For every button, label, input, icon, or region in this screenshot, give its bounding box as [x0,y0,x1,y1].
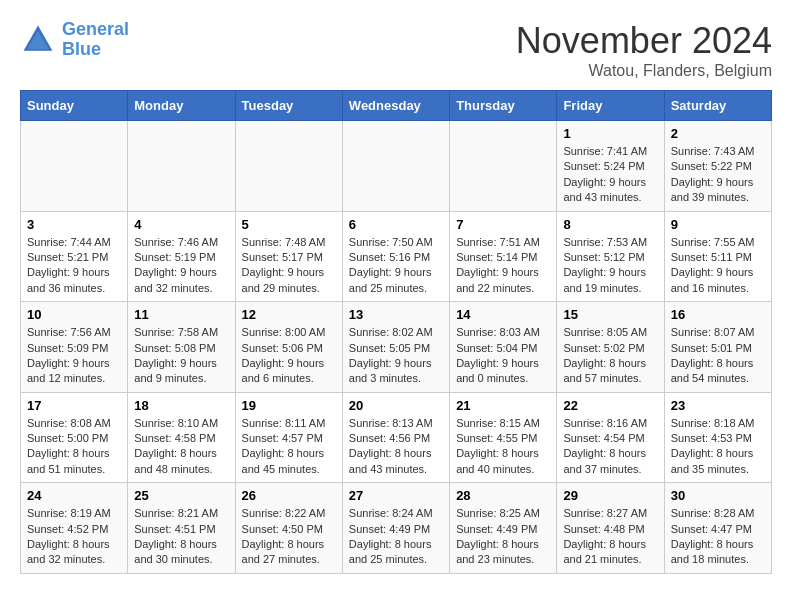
day-info: Sunrise: 8:07 AM Sunset: 5:01 PM Dayligh… [671,325,765,387]
calendar-day-cell [235,121,342,212]
day-info: Sunrise: 7:56 AM Sunset: 5:09 PM Dayligh… [27,325,121,387]
logo: General Blue [20,20,129,60]
calendar-day-cell: 10Sunrise: 7:56 AM Sunset: 5:09 PM Dayli… [21,302,128,393]
day-of-week-header: Monday [128,91,235,121]
day-number: 20 [349,398,443,413]
calendar-day-cell: 18Sunrise: 8:10 AM Sunset: 4:58 PM Dayli… [128,392,235,483]
calendar-week-row: 1Sunrise: 7:41 AM Sunset: 5:24 PM Daylig… [21,121,772,212]
day-info: Sunrise: 8:28 AM Sunset: 4:47 PM Dayligh… [671,506,765,568]
calendar-day-cell: 15Sunrise: 8:05 AM Sunset: 5:02 PM Dayli… [557,302,664,393]
day-number: 21 [456,398,550,413]
calendar-day-cell: 28Sunrise: 8:25 AM Sunset: 4:49 PM Dayli… [450,483,557,574]
calendar-day-cell: 23Sunrise: 8:18 AM Sunset: 4:53 PM Dayli… [664,392,771,483]
day-number: 13 [349,307,443,322]
day-of-week-header: Friday [557,91,664,121]
day-info: Sunrise: 8:05 AM Sunset: 5:02 PM Dayligh… [563,325,657,387]
day-number: 26 [242,488,336,503]
day-number: 19 [242,398,336,413]
day-info: Sunrise: 8:25 AM Sunset: 4:49 PM Dayligh… [456,506,550,568]
calendar-week-row: 17Sunrise: 8:08 AM Sunset: 5:00 PM Dayli… [21,392,772,483]
day-info: Sunrise: 7:58 AM Sunset: 5:08 PM Dayligh… [134,325,228,387]
day-of-week-header: Sunday [21,91,128,121]
calendar-day-cell [21,121,128,212]
calendar-day-cell: 26Sunrise: 8:22 AM Sunset: 4:50 PM Dayli… [235,483,342,574]
day-number: 7 [456,217,550,232]
title-area: November 2024 Watou, Flanders, Belgium [516,20,772,80]
day-number: 4 [134,217,228,232]
calendar-day-cell: 3Sunrise: 7:44 AM Sunset: 5:21 PM Daylig… [21,211,128,302]
day-number: 2 [671,126,765,141]
logo-icon [20,22,56,58]
month-title: November 2024 [516,20,772,62]
day-number: 23 [671,398,765,413]
calendar-day-cell [450,121,557,212]
day-info: Sunrise: 7:53 AM Sunset: 5:12 PM Dayligh… [563,235,657,297]
day-info: Sunrise: 8:08 AM Sunset: 5:00 PM Dayligh… [27,416,121,478]
day-number: 30 [671,488,765,503]
day-info: Sunrise: 8:15 AM Sunset: 4:55 PM Dayligh… [456,416,550,478]
day-number: 12 [242,307,336,322]
day-of-week-header: Wednesday [342,91,449,121]
calendar-day-cell: 24Sunrise: 8:19 AM Sunset: 4:52 PM Dayli… [21,483,128,574]
day-number: 17 [27,398,121,413]
day-number: 1 [563,126,657,141]
day-info: Sunrise: 8:19 AM Sunset: 4:52 PM Dayligh… [27,506,121,568]
calendar-day-cell: 16Sunrise: 8:07 AM Sunset: 5:01 PM Dayli… [664,302,771,393]
day-number: 29 [563,488,657,503]
calendar-day-cell: 2Sunrise: 7:43 AM Sunset: 5:22 PM Daylig… [664,121,771,212]
day-info: Sunrise: 8:10 AM Sunset: 4:58 PM Dayligh… [134,416,228,478]
day-info: Sunrise: 7:55 AM Sunset: 5:11 PM Dayligh… [671,235,765,297]
calendar-day-cell: 8Sunrise: 7:53 AM Sunset: 5:12 PM Daylig… [557,211,664,302]
day-number: 18 [134,398,228,413]
day-info: Sunrise: 7:44 AM Sunset: 5:21 PM Dayligh… [27,235,121,297]
calendar-week-row: 3Sunrise: 7:44 AM Sunset: 5:21 PM Daylig… [21,211,772,302]
day-number: 27 [349,488,443,503]
calendar-day-cell: 11Sunrise: 7:58 AM Sunset: 5:08 PM Dayli… [128,302,235,393]
day-info: Sunrise: 8:02 AM Sunset: 5:05 PM Dayligh… [349,325,443,387]
day-info: Sunrise: 7:50 AM Sunset: 5:16 PM Dayligh… [349,235,443,297]
day-of-week-header: Thursday [450,91,557,121]
day-number: 5 [242,217,336,232]
day-number: 22 [563,398,657,413]
calendar-day-cell: 21Sunrise: 8:15 AM Sunset: 4:55 PM Dayli… [450,392,557,483]
location: Watou, Flanders, Belgium [516,62,772,80]
day-number: 6 [349,217,443,232]
calendar-day-cell: 6Sunrise: 7:50 AM Sunset: 5:16 PM Daylig… [342,211,449,302]
day-of-week-header: Saturday [664,91,771,121]
day-info: Sunrise: 8:27 AM Sunset: 4:48 PM Dayligh… [563,506,657,568]
logo-text: General Blue [62,20,129,60]
day-number: 14 [456,307,550,322]
logo-line1: General [62,19,129,39]
day-info: Sunrise: 8:00 AM Sunset: 5:06 PM Dayligh… [242,325,336,387]
day-number: 16 [671,307,765,322]
day-info: Sunrise: 8:16 AM Sunset: 4:54 PM Dayligh… [563,416,657,478]
day-number: 25 [134,488,228,503]
calendar-day-cell [342,121,449,212]
calendar-day-cell: 17Sunrise: 8:08 AM Sunset: 5:00 PM Dayli… [21,392,128,483]
calendar-day-cell: 7Sunrise: 7:51 AM Sunset: 5:14 PM Daylig… [450,211,557,302]
day-info: Sunrise: 7:51 AM Sunset: 5:14 PM Dayligh… [456,235,550,297]
calendar-day-cell: 4Sunrise: 7:46 AM Sunset: 5:19 PM Daylig… [128,211,235,302]
calendar-day-cell: 27Sunrise: 8:24 AM Sunset: 4:49 PM Dayli… [342,483,449,574]
day-info: Sunrise: 7:46 AM Sunset: 5:19 PM Dayligh… [134,235,228,297]
calendar-day-cell [128,121,235,212]
day-info: Sunrise: 7:43 AM Sunset: 5:22 PM Dayligh… [671,144,765,206]
calendar-week-row: 10Sunrise: 7:56 AM Sunset: 5:09 PM Dayli… [21,302,772,393]
day-number: 24 [27,488,121,503]
calendar-day-cell: 19Sunrise: 8:11 AM Sunset: 4:57 PM Dayli… [235,392,342,483]
day-number: 3 [27,217,121,232]
day-number: 9 [671,217,765,232]
page-header: General Blue November 2024 Watou, Flande… [20,20,772,80]
calendar-day-cell: 14Sunrise: 8:03 AM Sunset: 5:04 PM Dayli… [450,302,557,393]
calendar-day-cell: 20Sunrise: 8:13 AM Sunset: 4:56 PM Dayli… [342,392,449,483]
calendar-header-row: SundayMondayTuesdayWednesdayThursdayFrid… [21,91,772,121]
calendar-day-cell: 29Sunrise: 8:27 AM Sunset: 4:48 PM Dayli… [557,483,664,574]
calendar-day-cell: 12Sunrise: 8:00 AM Sunset: 5:06 PM Dayli… [235,302,342,393]
day-info: Sunrise: 7:48 AM Sunset: 5:17 PM Dayligh… [242,235,336,297]
calendar-day-cell: 1Sunrise: 7:41 AM Sunset: 5:24 PM Daylig… [557,121,664,212]
calendar-day-cell: 30Sunrise: 8:28 AM Sunset: 4:47 PM Dayli… [664,483,771,574]
calendar-day-cell: 22Sunrise: 8:16 AM Sunset: 4:54 PM Dayli… [557,392,664,483]
day-number: 8 [563,217,657,232]
calendar-day-cell: 25Sunrise: 8:21 AM Sunset: 4:51 PM Dayli… [128,483,235,574]
calendar-week-row: 24Sunrise: 8:19 AM Sunset: 4:52 PM Dayli… [21,483,772,574]
